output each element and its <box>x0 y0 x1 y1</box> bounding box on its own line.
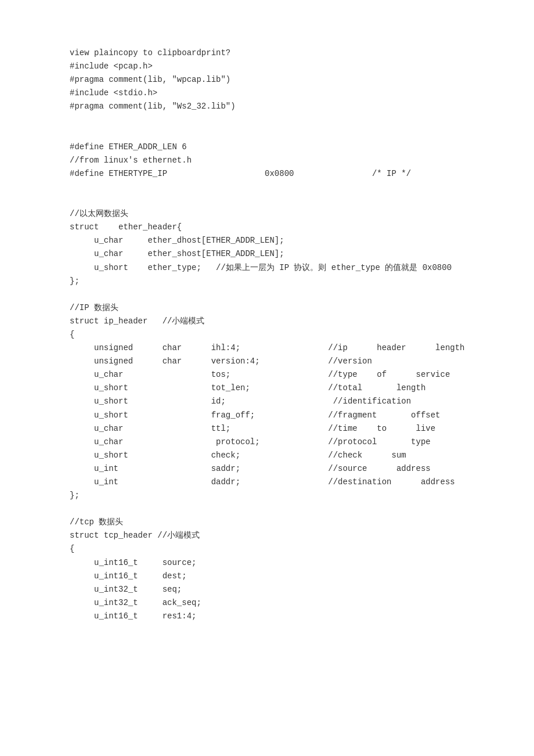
empty-line-18 <box>70 288 464 301</box>
code-line-8: //from linux's ethernet.h <box>70 154 464 167</box>
code-line-29: u_char protocol; //protocol type <box>70 435 464 449</box>
code-line-30: u_short check; //check sum <box>70 449 464 462</box>
code-line-4: #pragma comment(lib, "Ws2_32.lib") <box>70 100 464 113</box>
code-line-40: u_int32_t seq; <box>70 583 464 596</box>
code-line-1: #include <pcap.h> <box>70 60 464 73</box>
code-line-9: #define ETHERTYPE_IP 0x0800 /* IP */ <box>70 167 464 181</box>
code-line-42: u_int16_t res1:4; <box>70 610 464 623</box>
code-line-23: unsigned char version:4; //version <box>70 355 464 368</box>
code-line-35: //tcp 数据头 <box>70 516 464 529</box>
code-line-0: view plaincopy to clipboardprint? <box>70 46 464 60</box>
empty-line-11 <box>70 194 464 207</box>
code-line-2: #pragma comment(lib, "wpcap.lib") <box>70 73 464 87</box>
code-line-38: u_int16_t source; <box>70 556 464 570</box>
empty-line-5 <box>70 113 464 127</box>
code-line-28: u_char ttl; //time to live <box>70 422 464 435</box>
code-line-19: //IP 数据头 <box>70 301 464 315</box>
code-line-41: u_int32_t ack_seq; <box>70 596 464 610</box>
empty-line-6 <box>70 127 464 141</box>
code-line-37: { <box>70 542 464 556</box>
code-line-31: u_int saddr; //source address <box>70 462 464 476</box>
code-line-24: u_char tos; //type of service <box>70 368 464 381</box>
code-line-12: //以太网数据头 <box>70 207 464 221</box>
code-line-36: struct tcp_header //小端模式 <box>70 529 464 542</box>
code-line-27: u_short frag_off; //fragment offset <box>70 409 464 422</box>
code-line-15: u_char ether_shost[ETHER_ADDR_LEN]; <box>70 247 464 261</box>
code-line-13: struct ether_header{ <box>70 221 464 234</box>
empty-line-10 <box>70 181 464 194</box>
empty-line-34 <box>70 502 464 516</box>
code-line-39: u_int16_t dest; <box>70 570 464 583</box>
code-line-16: u_short ether_type; //如果上一层为 IP 协议。则 eth… <box>70 261 464 275</box>
code-line-33: }; <box>70 489 464 502</box>
code-line-17: }; <box>70 275 464 288</box>
code-line-20: struct ip_header //小端模式 <box>70 315 464 328</box>
code-line-14: u_char ether_dhost[ETHER_ADDR_LEN]; <box>70 234 464 247</box>
code-line-32: u_int daddr; //destination address <box>70 476 464 489</box>
code-line-25: u_short tot_len; //total length <box>70 381 464 395</box>
code-line-3: #include <stdio.h> <box>70 87 464 100</box>
code-container: view plaincopy to clipboardprint?#includ… <box>70 46 464 623</box>
code-line-22: unsigned char ihl:4; //ip header length <box>70 341 464 355</box>
code-line-7: #define ETHER_ADDR_LEN 6 <box>70 141 464 154</box>
code-line-26: u_short id; //identification <box>70 395 464 408</box>
code-line-21: { <box>70 328 464 341</box>
